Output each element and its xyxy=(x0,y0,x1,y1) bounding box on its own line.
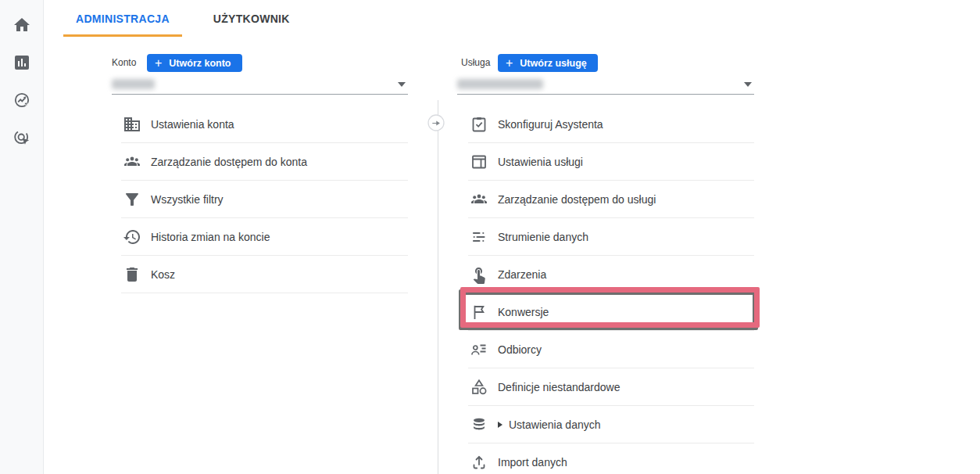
menu-item-label: Kosz xyxy=(151,268,175,281)
create-property-button-label: Utwórz usługę xyxy=(520,58,586,69)
touch-icon xyxy=(470,265,488,284)
admin-tabbar: ADMINISTRACJA UŻYTKOWNIK xyxy=(63,0,302,37)
menu-item-ustawienia-uslugi[interactable]: Ustawienia usługi xyxy=(468,143,754,181)
menu-item-label: Skonfiguruj Asystenta xyxy=(498,118,603,131)
menu-item-wszystkie-filtry[interactable]: Wszystkie filtry xyxy=(121,181,408,218)
property-menu: Skonfiguruj Asystenta Ustawienia usługi … xyxy=(468,106,754,474)
home-icon[interactable] xyxy=(13,16,31,34)
menu-item-historia-zmian[interactable]: Historia zmian na koncie xyxy=(121,218,408,256)
column-separator xyxy=(438,100,438,474)
account-selector[interactable] xyxy=(112,75,408,95)
plus-icon: + xyxy=(506,57,513,70)
advertising-icon[interactable] xyxy=(13,128,31,147)
menu-item-label: Zarządzanie dostępem do usługi xyxy=(498,193,656,206)
plus-icon: + xyxy=(155,57,162,70)
menu-item-dostep-do-konta[interactable]: Zarządzanie dostępem do konta xyxy=(121,143,408,181)
flag-icon xyxy=(470,303,488,321)
menu-item-strumienie-danych[interactable]: Strumienie danych xyxy=(468,218,754,256)
menu-item-label: Zarządzanie dostępem do konta xyxy=(151,156,307,168)
menu-item-label: Ustawienia danych xyxy=(509,418,601,431)
menu-item-label: Historia zmian na koncie xyxy=(151,231,270,243)
building-icon xyxy=(123,115,141,134)
menu-item-label: Ustawienia usługi xyxy=(498,156,583,168)
menu-item-skonfiguruj-asystenta[interactable]: Skonfiguruj Asystenta xyxy=(468,106,754,143)
menu-item-definicje-niestandardowe[interactable]: Definicje niestandardowe xyxy=(468,368,754,406)
menu-item-ustawienia-konta[interactable]: Ustawienia konta xyxy=(121,106,408,143)
reports-icon[interactable] xyxy=(13,53,31,72)
upload-icon xyxy=(470,453,488,472)
people-icon xyxy=(123,153,141,171)
database-icon xyxy=(470,415,488,434)
menu-item-odbiorcy[interactable]: Odbiorcy xyxy=(468,331,754,368)
property-settings-icon xyxy=(470,153,488,171)
menu-item-zdarzenia[interactable]: Zdarzenia xyxy=(468,256,754,293)
explore-icon[interactable] xyxy=(13,91,31,110)
tab-administracja[interactable]: ADMINISTRACJA xyxy=(63,0,182,37)
menu-item-label: Odbiorcy xyxy=(498,343,542,356)
dropdown-caret-icon xyxy=(744,82,752,87)
menu-item-import-danych[interactable]: Import danych xyxy=(468,443,754,474)
menu-item-label: Ustawienia konta xyxy=(151,118,234,131)
audience-icon xyxy=(470,340,488,359)
account-menu: Ustawienia konta Zarządzanie dostępem do… xyxy=(121,106,408,293)
menu-item-ustawienia-danych[interactable]: Ustawienia danych xyxy=(468,406,754,443)
menu-item-label: Definicje niestandardowe xyxy=(498,381,620,393)
trash-icon xyxy=(123,265,141,284)
menu-item-kosz[interactable]: Kosz xyxy=(121,256,408,293)
arrow-right-circle-icon[interactable] xyxy=(427,114,445,131)
menu-item-label: Strumienie danych xyxy=(498,231,588,243)
expand-caret-icon xyxy=(498,422,503,428)
account-selector-redacted-value xyxy=(112,79,155,89)
menu-item-konwersje[interactable]: Konwersje xyxy=(468,293,754,331)
dropdown-caret-icon xyxy=(398,82,406,87)
create-property-button[interactable]: + Utwórz usługę xyxy=(498,54,598,72)
menu-item-label: Zdarzenia xyxy=(498,268,546,281)
menu-item-label: Wszystkie filtry xyxy=(151,193,224,206)
account-column-label: Konto xyxy=(112,57,136,68)
create-account-button-label: Utwórz konto xyxy=(169,58,231,69)
assignment-check-icon xyxy=(470,115,488,134)
property-selector[interactable] xyxy=(457,75,754,95)
app-sidebar xyxy=(0,0,44,474)
property-selector-redacted-value xyxy=(457,79,543,89)
people-icon xyxy=(470,190,488,209)
tab-uzytkownik[interactable]: UŻYTKOWNIK xyxy=(201,0,302,37)
menu-item-dostep-do-uslugi[interactable]: Zarządzanie dostępem do usługi xyxy=(468,181,754,218)
shapes-icon xyxy=(470,378,488,397)
property-column-label: Usługa xyxy=(461,57,490,68)
filter-icon xyxy=(123,190,141,209)
menu-item-label: Import danych xyxy=(498,456,567,469)
menu-item-label: Konwersje xyxy=(498,306,549,318)
data-streams-icon xyxy=(470,228,488,246)
create-account-button[interactable]: + Utwórz konto xyxy=(147,54,242,72)
history-icon xyxy=(123,228,141,246)
